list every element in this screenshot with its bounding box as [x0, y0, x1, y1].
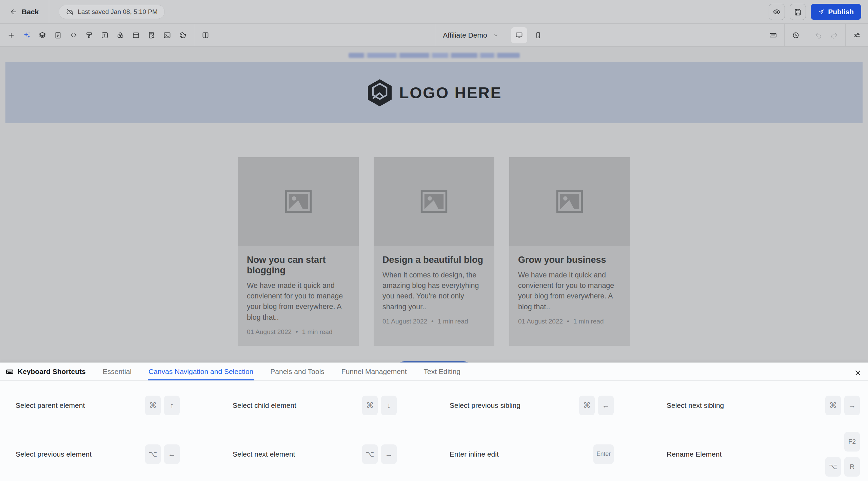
ai-assistant-button[interactable]: [19, 27, 35, 43]
shortcut-keys: ⌘↑: [145, 396, 180, 415]
page-selector-dropdown[interactable]: Affiliate Demo: [439, 29, 502, 41]
publish-label: Publish: [828, 8, 854, 16]
card-read-time: 1 min read: [302, 328, 333, 336]
key-option: ⌥: [362, 444, 378, 464]
card-body: Design a beautiful blog When it comes to…: [374, 246, 494, 335]
toolbar-divider: [784, 24, 785, 47]
redo-button[interactable]: [826, 27, 842, 43]
card-meta: 01 August 2022 • 1 min read: [382, 318, 486, 325]
tab-canvas-navigation-and-selection[interactable]: Canvas Navigation and Selection: [148, 363, 254, 380]
site-logo[interactable]: LOGO HERE: [366, 78, 502, 107]
card-title: Grow your business: [518, 255, 621, 265]
page-settings-button[interactable]: [128, 27, 144, 43]
notes-button[interactable]: [50, 27, 66, 43]
key-cmd: ⌘: [825, 396, 841, 415]
key-cmd: ⌘: [145, 396, 161, 415]
key-arrow-up: ↑: [164, 396, 180, 415]
history-clock-icon: [792, 31, 800, 39]
styles-button[interactable]: [81, 27, 97, 43]
colors-button[interactable]: [113, 27, 128, 43]
paint-roller-icon: [85, 31, 93, 39]
card-meta: 01 August 2022 • 1 min read: [247, 328, 350, 336]
shortcut-keys: ⌘→: [825, 396, 860, 415]
last-saved-text: Last saved Jan 08, 5:10 PM: [78, 8, 158, 16]
hero-logo-section[interactable]: LOGO HERE: [5, 62, 863, 123]
canvas: LOGO HERE Now you can start blogging We …: [0, 47, 868, 362]
text-element-icon: [101, 31, 109, 39]
preview-button[interactable]: [769, 4, 785, 20]
card-read-time: 1 min read: [573, 318, 604, 325]
mobile-icon: [534, 31, 542, 39]
add-icon: [7, 31, 15, 39]
page-url-blurred-text: [349, 53, 520, 58]
card-title: Design a beautiful blog: [382, 255, 486, 265]
desktop-view-button[interactable]: [511, 27, 527, 43]
floppy-save-icon: [794, 8, 802, 16]
color-palette-icon: [116, 31, 124, 39]
image-placeholder-icon: [554, 188, 585, 215]
shortcut-label: Select child element: [233, 401, 296, 410]
key-option: ⌥: [825, 457, 841, 477]
publish-button[interactable]: Publish: [811, 4, 861, 20]
split-view-icon: [201, 31, 210, 39]
tab-essential[interactable]: Essential: [102, 363, 132, 380]
card-image-placeholder: [238, 157, 359, 246]
last-saved-badge: Last saved Jan 08, 5:10 PM: [59, 5, 165, 19]
keyboard-icon: [769, 31, 777, 39]
send-icon: [818, 9, 824, 15]
back-label: Back: [22, 8, 39, 16]
meta-separator: •: [431, 318, 434, 325]
shortcut-keys: ⌥←: [145, 444, 180, 464]
card-excerpt: When it comes to design, the amazing blo…: [382, 270, 486, 312]
shortcut-row: Enter inline edit Enter: [434, 428, 651, 480]
shortcut-keys: F2 ⌥R: [825, 432, 860, 477]
card-body: Now you can start blogging We have made …: [238, 246, 359, 346]
cookie-icon: [179, 31, 187, 39]
key-enter: Enter: [593, 444, 614, 464]
image-placeholder-icon: [283, 188, 314, 215]
add-element-button[interactable]: [3, 27, 19, 43]
page-search-icon: [147, 31, 156, 39]
save-button[interactable]: [790, 4, 806, 20]
close-panel-button[interactable]: [852, 367, 864, 379]
settings-button[interactable]: [849, 27, 865, 43]
shortcut-row: Select child element ⌘↓: [217, 383, 434, 428]
redo-icon: [830, 31, 838, 39]
tab-panels-and-tools[interactable]: Panels and Tools: [270, 363, 325, 380]
blog-card[interactable]: Now you can start blogging We have made …: [238, 157, 359, 346]
card-excerpt: We have made it quick and convienent for…: [518, 270, 621, 312]
blog-card[interactable]: Grow your business We have made it quick…: [509, 157, 630, 346]
page-selector-label: Affiliate Demo: [443, 31, 487, 39]
card-date: 01 August 2022: [518, 318, 563, 325]
shortcut-row: Select next sibling ⌘→: [651, 383, 868, 428]
layers-icon: [38, 31, 46, 39]
card-date: 01 August 2022: [247, 328, 292, 336]
shortcuts-grid: Select parent element ⌘↑ Select child el…: [0, 381, 868, 480]
custom-code-button[interactable]: [66, 27, 81, 43]
mobile-view-button[interactable]: [530, 27, 546, 43]
version-history-button[interactable]: [788, 27, 804, 43]
shortcut-label: Select previous sibling: [450, 401, 520, 410]
tab-funnel-management[interactable]: Funnel Management: [341, 363, 408, 380]
blog-card[interactable]: Design a beautiful blog When it comes to…: [374, 157, 494, 346]
toolbar-divider: [194, 24, 194, 47]
top-bar: Back Last saved Jan 08, 5:10 PM Publish: [0, 0, 868, 24]
shortcuts-keyboard-button[interactable]: [765, 27, 781, 43]
close-icon: [854, 369, 862, 377]
shortcut-keys: ⌥→: [362, 444, 397, 464]
cloud-off-icon: [66, 8, 74, 16]
split-view-button[interactable]: [198, 27, 213, 43]
cookies-button[interactable]: [175, 27, 191, 43]
seo-button[interactable]: [144, 27, 159, 43]
typography-button[interactable]: [97, 27, 113, 43]
layers-button[interactable]: [35, 27, 50, 43]
scripts-button[interactable]: [159, 27, 175, 43]
back-button[interactable]: Back: [7, 6, 41, 18]
tab-text-editing[interactable]: Text Editing: [423, 363, 461, 380]
chevron-down-icon: [493, 32, 499, 38]
undo-button[interactable]: [811, 27, 826, 43]
shortcut-label: Select next element: [233, 450, 295, 458]
shortcut-keys: ⌘↓: [362, 396, 397, 415]
shortcuts-panel-header: Keyboard Shortcuts Essential Canvas Navi…: [0, 363, 868, 381]
back-arrow-icon: [9, 8, 18, 16]
